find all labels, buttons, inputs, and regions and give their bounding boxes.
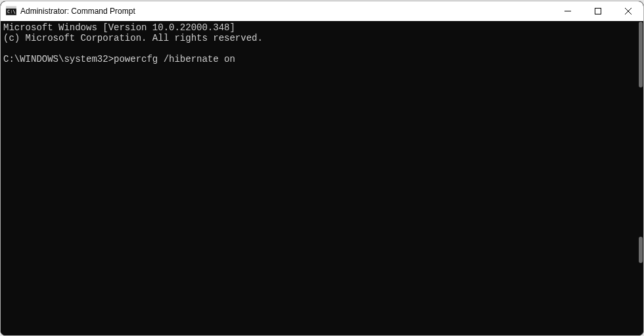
window-controls [553, 1, 643, 21]
terminal-line: (c) Microsoft Corporation. All rights re… [3, 33, 263, 43]
cmd-icon: C:\ [6, 6, 16, 16]
command-prompt-window: C:\ Administrator: Command Prompt Micros… [0, 1, 644, 336]
terminal-prompt: C:\WINDOWS\system32> [3, 54, 114, 64]
terminal-command: powercfg /hibernate on [114, 54, 235, 64]
minimize-button[interactable] [553, 1, 583, 21]
close-button[interactable] [613, 1, 643, 21]
titlebar[interactable]: C:\ Administrator: Command Prompt [1, 1, 643, 21]
scrollbar-thumb[interactable] [639, 22, 643, 87]
scrollbar-thumb[interactable] [639, 237, 643, 263]
svg-rect-4 [595, 9, 601, 14]
terminal-output[interactable]: Microsoft Windows [Version 10.0.22000.34… [1, 21, 643, 335]
svg-text:C:\: C:\ [7, 9, 16, 14]
svg-rect-1 [6, 7, 16, 9]
terminal-line: Microsoft Windows [Version 10.0.22000.34… [3, 22, 235, 33]
window-title: Administrator: Command Prompt [20, 7, 553, 16]
maximize-button[interactable] [583, 1, 613, 21]
